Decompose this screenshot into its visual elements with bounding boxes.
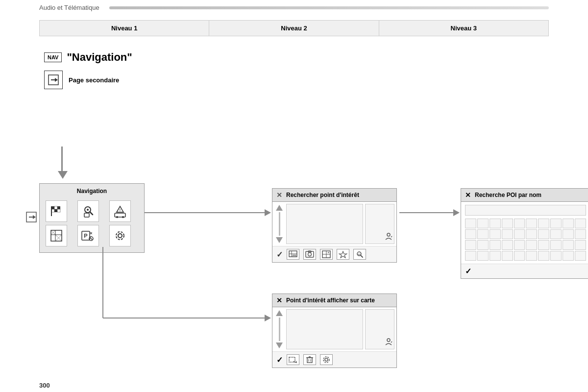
level-2-header: Niveau 2 <box>209 21 379 36</box>
key-32[interactable] <box>477 251 489 261</box>
poi-map-icon-btn[interactable] <box>287 249 299 260</box>
key-13[interactable] <box>490 229 501 239</box>
key-23[interactable] <box>490 240 501 250</box>
key-29[interactable] <box>563 240 574 250</box>
nav-icon-settings[interactable] <box>109 225 131 246</box>
poi-map-header: ✕ Point d'intérêt afficher sur carte <box>272 294 396 307</box>
poi-star-icon-btn[interactable] <box>337 249 349 260</box>
key-8[interactable] <box>550 219 562 228</box>
poi-confirm-btn[interactable]: ✓ <box>276 250 283 259</box>
key-19[interactable] <box>563 229 574 239</box>
poi-map-close[interactable]: ✕ <box>276 296 282 304</box>
recherche-poi-nom-box: ✕ Recherche POI par nom <box>461 188 588 279</box>
key-7[interactable] <box>538 219 549 228</box>
rechercher-poi-header: ✕ Rechercher point d'intérêt <box>272 189 396 202</box>
svg-marker-33 <box>265 209 271 216</box>
svg-text:×: × <box>90 231 92 236</box>
key-1[interactable] <box>465 219 476 228</box>
key-5[interactable] <box>514 219 525 228</box>
poi-map-scroll-bar <box>279 318 280 341</box>
poi-nom-body <box>461 202 588 264</box>
key-30[interactable] <box>575 240 586 250</box>
poi-map-confirm-btn[interactable]: ✓ <box>276 355 283 365</box>
key-24[interactable] <box>502 240 513 250</box>
key-18[interactable] <box>550 229 562 239</box>
poi-map-list <box>286 309 363 349</box>
poi-nom-title: Recherche POI par nom <box>475 192 541 198</box>
main-content: NAV "Navigation" Page secondaire N <box>39 51 549 392</box>
nav-box-icons: ! <box>44 198 140 248</box>
poi-person-icon <box>385 232 392 242</box>
key-10[interactable] <box>575 219 586 228</box>
header-title: Audio et Télématique <box>39 4 99 11</box>
key-11[interactable] <box>465 229 476 239</box>
key-3[interactable] <box>490 219 501 228</box>
key-9[interactable] <box>563 219 574 228</box>
poi-grid-icon-btn[interactable]: ★ <box>320 249 333 260</box>
poi-map-footer: ✓ <box>272 351 396 368</box>
poi-detail-area <box>365 204 394 244</box>
nav-icon-map[interactable] <box>46 225 67 246</box>
poi-nom-header: ✕ Recherche POI par nom <box>461 189 588 202</box>
level-3-header: Niveau 3 <box>379 21 548 36</box>
nav-title-row: NAV "Navigation" <box>44 51 549 64</box>
nav-icon-parking-poi[interactable]: P × <box>77 225 99 246</box>
key-38[interactable] <box>550 251 562 261</box>
key-17[interactable] <box>538 229 549 239</box>
svg-line-40 <box>391 236 392 237</box>
poi-map-scroll-up[interactable] <box>276 310 283 316</box>
poi-nom-close[interactable]: ✕ <box>465 191 471 199</box>
key-33[interactable] <box>490 251 501 261</box>
key-14[interactable] <box>502 229 513 239</box>
back-nav-icon[interactable] <box>26 212 37 224</box>
key-2[interactable] <box>477 219 489 228</box>
poi-nom-confirm-btn[interactable]: ✓ <box>465 267 471 276</box>
key-34[interactable] <box>502 251 513 261</box>
key-35[interactable] <box>514 251 525 261</box>
svg-text:abc: abc <box>357 253 362 256</box>
scroll-up-icon[interactable] <box>276 205 283 211</box>
nav-icon-flag[interactable] <box>46 200 67 222</box>
svg-marker-38 <box>453 209 460 216</box>
poi-map-select-icon-btn[interactable] <box>287 354 299 365</box>
nav-icon-road-alert[interactable]: ! <box>109 200 131 222</box>
key-12[interactable] <box>477 229 489 239</box>
key-31[interactable] <box>465 251 476 261</box>
nav-icon-poi-search[interactable] <box>77 200 99 222</box>
svg-marker-2 <box>55 78 58 82</box>
key-26[interactable] <box>526 240 537 250</box>
page-secondaire-icon <box>44 71 63 89</box>
key-36[interactable] <box>526 251 537 261</box>
nav-title-text: "Navigation" <box>67 51 132 64</box>
key-40[interactable] <box>575 251 586 261</box>
poi-photo-icon-btn[interactable] <box>303 249 316 260</box>
svg-marker-52 <box>339 251 347 258</box>
key-27[interactable] <box>538 240 549 250</box>
key-25[interactable] <box>514 240 525 250</box>
svg-text:!: ! <box>120 208 121 212</box>
key-4[interactable] <box>502 219 513 228</box>
key-21[interactable] <box>465 240 476 250</box>
key-22[interactable] <box>477 240 489 250</box>
svg-rect-7 <box>54 206 57 209</box>
rechercher-poi-close[interactable]: ✕ <box>276 191 282 199</box>
poi-map-settings-icon-btn[interactable] <box>320 354 333 365</box>
scroll-down-icon[interactable] <box>276 237 283 243</box>
svg-rect-44 <box>293 255 296 257</box>
poi-map-scroll <box>274 309 284 349</box>
key-28[interactable] <box>550 240 562 250</box>
poi-map-trash-icon-btn[interactable] <box>303 354 316 365</box>
poi-map-scroll-down[interactable] <box>276 343 283 348</box>
key-39[interactable] <box>563 251 574 261</box>
key-37[interactable] <box>538 251 549 261</box>
rechercher-poi-title: Rechercher point d'intérêt <box>286 192 359 198</box>
key-15[interactable] <box>514 229 525 239</box>
key-16[interactable] <box>526 229 537 239</box>
poi-nom-input-field[interactable] <box>465 205 586 216</box>
poi-abc-icon-btn[interactable]: abc <box>353 249 366 260</box>
key-20[interactable] <box>575 229 586 239</box>
scroll-bar <box>279 212 280 236</box>
page-secondaire-label: Page secondaire <box>69 76 119 84</box>
key-6[interactable] <box>526 219 537 228</box>
svg-point-67 <box>323 357 329 363</box>
